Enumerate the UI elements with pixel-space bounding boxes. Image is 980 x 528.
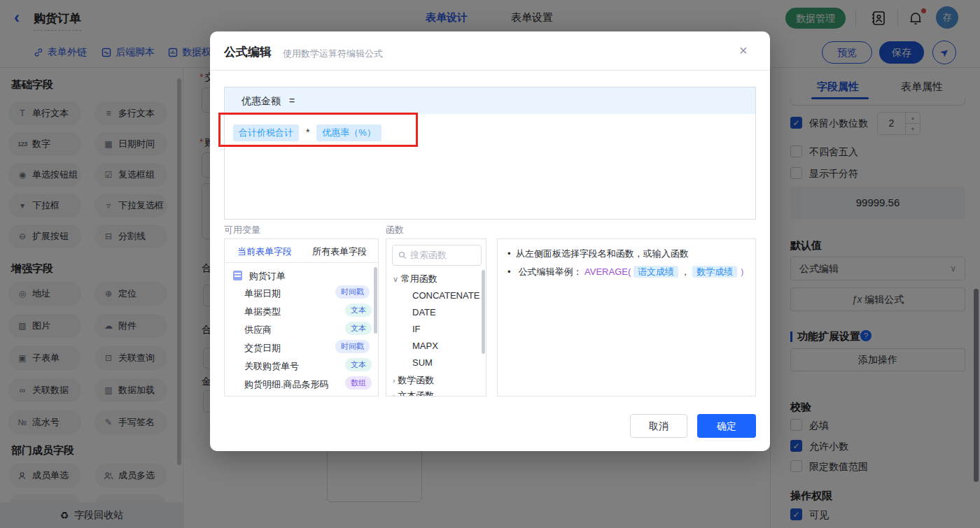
function-search-input[interactable]: 搜索函数	[392, 245, 482, 266]
function-group-math[interactable]: › 数学函数	[393, 374, 434, 387]
help-tip-2: • 公式编辑举例： AVERAGE( 语文成绩 ， 数学成绩 ）	[507, 266, 749, 278]
variables-tabs: 当前表单字段 所有表单字段	[225, 239, 378, 263]
example-field-chip: 语文成绩	[634, 266, 678, 278]
chevron-expanded-icon: ∨	[393, 275, 398, 283]
variable-item[interactable]: 单据类型	[244, 306, 281, 318]
variables-label: 可用变量	[224, 224, 260, 236]
help-tip-1: • 从左侧面板选择字段名和函数，或输入函数	[507, 248, 689, 260]
modal-subtitle: 使用数学运算符编辑公式	[283, 48, 383, 60]
function-item[interactable]: MAPX	[412, 341, 438, 351]
functions-panel: 搜索函数 ∨ 常用函数 CONCATENATE DATE IF MAPX SUM…	[386, 238, 486, 397]
confirm-button[interactable]: 确定	[697, 414, 756, 438]
modal-title: 公式编辑	[224, 44, 272, 60]
formula-editor[interactable]: 优惠金额 = 合计价税合计 * 优惠率（%）	[224, 87, 756, 220]
variable-item[interactable]: 单据日期	[244, 287, 281, 300]
variables-panel: 当前表单字段 所有表单字段 购货订单 单据日期 时间戳 单据类型 文本 供应商 …	[224, 238, 379, 397]
example-field-chip: 数学成绩	[692, 266, 737, 278]
type-badge: 数组	[345, 376, 372, 390]
chevron-collapsed-icon: ›	[393, 376, 396, 385]
type-badge: 文本	[345, 322, 372, 335]
type-badge: 文本	[345, 358, 372, 371]
functions-label: 函数	[386, 224, 404, 236]
variable-item[interactable]: 关联购货单号	[244, 360, 299, 373]
tab-all-form-fields[interactable]: 所有表单字段	[312, 245, 367, 258]
tab-current-form-fields[interactable]: 当前表单字段	[237, 245, 292, 258]
function-item[interactable]: DATE	[412, 307, 436, 317]
variable-tree-root[interactable]: 购货订单	[233, 269, 286, 283]
divider	[210, 70, 770, 71]
variable-item[interactable]: 交货日期	[244, 342, 281, 355]
function-item[interactable]: SUM	[412, 357, 433, 368]
close-icon[interactable]: ×	[739, 43, 748, 59]
type-badge: 时间戳	[335, 340, 370, 353]
average-function-text: AVERAGE(	[584, 266, 631, 277]
annotation-highlight-rect	[218, 113, 418, 147]
function-group-text[interactable]: › 文本函数	[393, 390, 434, 397]
type-badge: 时间戳	[335, 285, 370, 299]
function-item[interactable]: IF	[412, 324, 421, 334]
formula-edit-modal: 公式编辑 使用数学运算符编辑公式 × 优惠金额 = 合计价税合计 * 优惠率（%…	[210, 31, 770, 451]
variables-scrollbar[interactable]	[374, 267, 377, 334]
variable-item[interactable]: 供应商	[244, 324, 272, 336]
form-doc-icon	[233, 271, 242, 280]
type-badge: 文本	[345, 304, 372, 317]
variable-item[interactable]: 购货明细.商品条形码	[244, 378, 329, 391]
function-item[interactable]: CONCATENATE	[412, 290, 479, 301]
formula-target: 优惠金额 =	[225, 87, 755, 114]
cancel-button[interactable]: 取消	[630, 414, 687, 438]
functions-scrollbar[interactable]	[482, 270, 485, 354]
search-placeholder: 搜索函数	[410, 249, 447, 262]
search-icon	[398, 251, 407, 259]
function-group-common[interactable]: ∨ 常用函数	[393, 273, 438, 285]
chevron-collapsed-icon: ›	[393, 392, 396, 397]
help-panel: • 从左侧面板选择字段名和函数，或输入函数 • 公式编辑举例： AVERAGE(…	[497, 238, 756, 397]
